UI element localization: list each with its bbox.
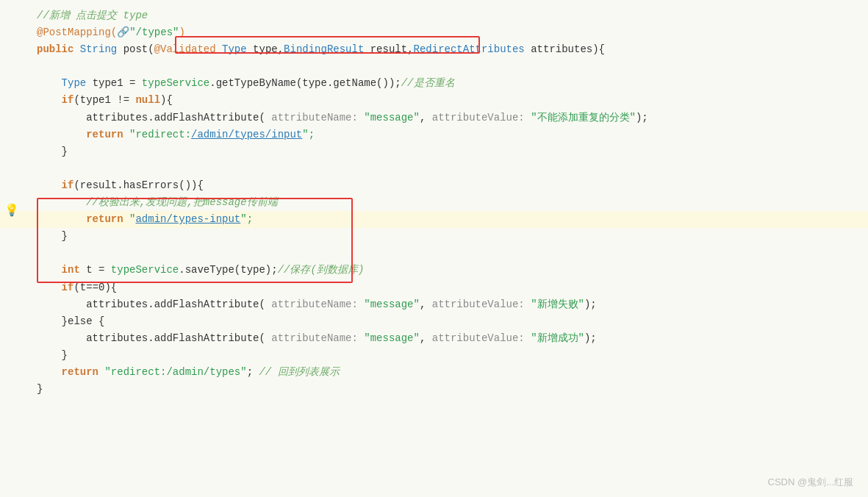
code-token: attributes.addFlashAttribute( (37, 332, 271, 344)
code-token: return (86, 129, 129, 140)
code-token: } (37, 230, 68, 242)
code-token: admin/types-input (135, 213, 240, 225)
code-token: ) (179, 26, 184, 38)
code-token: /admin/types/input (191, 129, 302, 140)
line-content: //新增 点击提交 type (29, 7, 868, 24)
code-token: Type (222, 43, 253, 55)
code-token: attributeValue: (432, 298, 531, 310)
code-line: if(t==0){ (0, 279, 868, 296)
code-token: attributeValue: (432, 332, 531, 344)
line-content: @PostMapping(🔗"/types") (29, 24, 868, 41)
code-token: } (37, 349, 68, 361)
code-line: @PostMapping(🔗"/types") (0, 24, 868, 41)
line-content: attributes.addFlashAttribute( attributeN… (29, 110, 868, 126)
code-token: attributeName: (271, 112, 364, 124)
code-token: if (62, 94, 74, 106)
line-content: //校验出来,发现问题,把message传前端 (29, 194, 868, 211)
code-token (37, 94, 62, 106)
code-token: }else { (37, 315, 104, 327)
line-content: attributes.addFlashAttribute( attributeN… (29, 296, 868, 313)
code-token: , (420, 298, 432, 310)
code-token: String (80, 43, 123, 55)
code-token (37, 213, 86, 225)
code-token: attributes.addFlashAttribute( (37, 112, 271, 124)
code-token (37, 282, 62, 293)
code-token: , (407, 43, 413, 55)
code-token: ); (636, 112, 648, 124)
code-line: attributes.addFlashAttribute( attributeN… (0, 330, 868, 347)
code-token: .saveType(type); (179, 264, 277, 276)
code-token: "; (302, 129, 315, 140)
code-token: "新增成功" (531, 332, 584, 344)
code-token: , (420, 112, 432, 124)
line-content: return "redirect:/admin/types/input"; (29, 126, 868, 143)
code-token: "message" (364, 298, 420, 310)
line-content: } (29, 381, 868, 398)
line-content (29, 160, 868, 177)
code-line: attributes.addFlashAttribute( attributeN… (0, 110, 868, 126)
code-token: message (204, 196, 247, 208)
code-token: "redirect:/admin/types" (104, 366, 246, 378)
code-line: if(type1 != null){ (0, 92, 868, 109)
code-token (37, 366, 62, 378)
code-token: RedirectAttributes (414, 43, 531, 55)
code-line: int t = typeService.saveType(type);//保存(… (0, 262, 868, 279)
code-token: } (37, 146, 68, 157)
code-token: "; (240, 213, 253, 225)
csdn-watermark: CSDN @鬼剑...红服 (768, 474, 853, 490)
line-content: }else { (29, 313, 868, 330)
code-token: typeService (142, 77, 209, 89)
bulb-icon: 💡 (4, 201, 19, 221)
code-token: attributes.addFlashAttribute( (37, 298, 271, 310)
code-token: public (37, 43, 80, 55)
code-token: if (62, 282, 74, 293)
code-token: "/types" (129, 26, 179, 38)
code-token (37, 196, 86, 208)
code-token: (result.hasErrors()){ (73, 179, 203, 191)
code-token: attributes){ (531, 43, 605, 55)
code-token: , (420, 332, 432, 344)
code-token: ); (584, 332, 597, 344)
code-token: Type (37, 77, 93, 89)
code-editor: //新增 点击提交 type@PostMapping(🔗"/types")pub… (0, 0, 868, 497)
code-line: 💡 return "admin/types-input"; (0, 211, 868, 228)
code-token: int (62, 264, 87, 276)
line-content: } (29, 143, 868, 160)
code-line: } (0, 143, 868, 160)
code-token: ){ (160, 94, 173, 106)
line-content: public String post(@Validated Type type,… (29, 41, 868, 58)
code-token: BindingResult (284, 43, 370, 55)
code-token: "message" (364, 332, 420, 344)
code-token: return (86, 213, 129, 225)
code-token (37, 179, 62, 191)
code-token: 🔗 (117, 26, 129, 38)
code-token: if (62, 179, 74, 191)
code-token: "新增失败" (531, 298, 584, 310)
code-line (0, 245, 868, 262)
code-token: // 回到列表展示 (259, 366, 339, 378)
code-line: attributes.addFlashAttribute( attributeN… (0, 296, 868, 313)
code-token: t = (86, 264, 111, 276)
code-token (37, 264, 62, 276)
code-token: post( (123, 43, 154, 55)
code-token: attributeName: (271, 332, 364, 344)
line-content: return "admin/types-input"; (29, 211, 868, 228)
code-token: } (37, 383, 43, 395)
code-line: //新增 点击提交 type (0, 7, 868, 24)
code-token: result (370, 43, 407, 55)
code-token: attributeName: (271, 298, 364, 310)
code-token: type1 = (93, 77, 142, 89)
code-token: attributeValue: (432, 112, 531, 124)
code-line (0, 160, 868, 177)
code-token: typeService (111, 264, 179, 276)
code-line: return "redirect:/admin/types"; // 回到列表展… (0, 364, 868, 381)
code-line: if(result.hasErrors()){ (0, 177, 868, 194)
code-token: //新增 点击提交 (37, 10, 123, 21)
code-token: //保存(到数据库) (278, 264, 365, 276)
line-content: int t = typeService.saveType(type);//保存(… (29, 262, 868, 279)
code-token: @PostMapping( (37, 26, 117, 38)
code-line: //校验出来,发现问题,把message传前端 (0, 194, 868, 211)
code-line: public String post(@Validated Type type,… (0, 41, 868, 58)
code-token: //是否重名 (401, 77, 455, 89)
code-token (37, 129, 86, 140)
